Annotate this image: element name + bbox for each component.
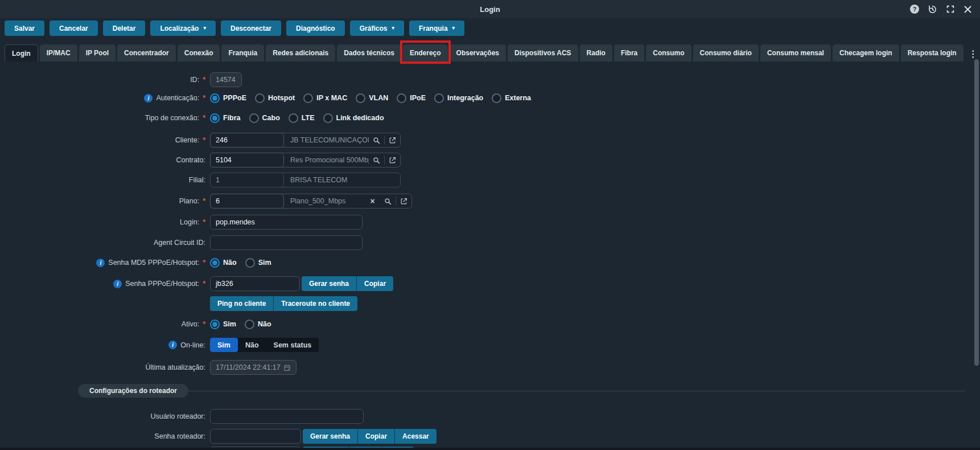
radio-icon [245,258,255,268]
radio-md5-nao[interactable]: Não [210,258,237,268]
gerar-senha-button[interactable]: Gerar senha [302,276,356,291]
tab-ip-mac[interactable]: IP/MAC [40,44,77,62]
ping-no-cliente-button[interactable]: Ping no cliente [210,296,273,311]
copiar-button[interactable]: Copiar [357,429,394,444]
history-icon[interactable] [928,5,937,14]
tab-dados-tecnicos[interactable]: Dados técnicos [337,44,401,62]
acessar-button[interactable]: Acessar [394,429,437,444]
deletar-button[interactable]: Deletar [103,21,146,36]
online-nao-segment[interactable]: Não [238,338,266,352]
search-icon[interactable] [380,194,396,208]
login-field[interactable]: pop.mendes [210,215,363,230]
radio-icon [245,320,254,329]
senha-pppoe-field[interactable]: jb326 [210,276,300,291]
online-sem-status-segment[interactable]: Sem status [266,338,319,352]
tab-checagem-login[interactable]: Checagem login [833,44,899,62]
traceroute-no-cliente-button[interactable]: Traceroute no cliente [273,296,357,311]
search-icon[interactable] [369,133,384,147]
radio-ativo-sim[interactable]: Sim [210,320,236,329]
cliente-description: JB TELECOMUNICAÇOES [283,133,369,147]
tab-endereco[interactable]: Endereço [403,44,448,62]
tab-radio[interactable]: Radio [580,44,612,62]
radio-ip-x-mac[interactable]: IP x MAC [303,93,347,103]
tab-consumo[interactable]: Consumo [646,44,691,62]
close-icon[interactable] [963,5,972,14]
senha-roteador-field[interactable] [210,429,301,444]
tab-endereco-highlight-wrap: Endereço [403,44,448,62]
tab-observacoes[interactable]: Observações [450,44,506,62]
search-icon[interactable] [369,153,384,167]
cancelar-button[interactable]: Cancelar [50,21,98,36]
tab-consumo-mensal[interactable]: Consumo mensal [760,44,831,62]
tab-conexao[interactable]: Conexão [178,44,220,62]
radio-pppoe[interactable]: PPPoE [210,93,246,103]
agent-circuit-id-field[interactable] [210,235,363,250]
plano-description: Plano_500_Mbps [283,194,365,208]
router-section-toggle[interactable]: Configurações do roteador [78,384,188,398]
senha-pppoe-label: i Senha PPPoE/Hotspot:* [0,280,210,288]
radio-integracao[interactable]: Integração [434,93,483,103]
fullscreen-icon[interactable] [946,5,955,14]
external-link-icon[interactable] [385,153,400,167]
gerar-senha-button[interactable]: Gerar senha [303,429,357,444]
clear-icon[interactable]: × [365,194,380,208]
contrato-code-input[interactable]: 5104 [210,153,284,167]
external-link-icon[interactable] [396,194,411,208]
tab-resposta-login[interactable]: Resposta login [901,44,963,62]
login-label: Login:* [0,218,210,226]
diagnostico-button[interactable]: Diagnóstico [286,21,345,36]
radio-externa[interactable]: Externa [492,93,531,103]
radio-selected-icon [210,93,220,103]
radio-icon [492,93,501,103]
tab-login[interactable]: Login [5,44,38,62]
online-sim-segment[interactable]: Sim [210,338,238,352]
graficos-dropdown-button[interactable]: Gráficos▾ [350,21,404,36]
radio-link-dedicado[interactable]: Link dedicado [323,113,384,123]
radio-selected-icon [210,320,220,329]
tab-fibra[interactable]: Fibra [614,44,644,62]
radio-lte[interactable]: LTE [289,113,315,123]
info-icon[interactable]: i [168,341,177,349]
tipo-conexao-label: Tipo de conexão:* [0,114,210,122]
ultima-atualizacao-field: 17/11/2024 22:41:17 [210,360,297,375]
filial-code-input: 1 [210,173,284,187]
info-icon[interactable]: i [113,280,122,288]
salvar-button[interactable]: Salvar [5,21,44,36]
plano-code-input[interactable]: 6 [210,194,284,208]
radio-ipoe[interactable]: IPoE [397,93,426,103]
ativo-label: Ativo:* [0,320,210,328]
radio-ativo-nao[interactable]: Não [245,320,271,329]
radio-cabo[interactable]: Cabo [249,113,280,123]
localizacao-dropdown-button[interactable]: Localização▾ [150,21,216,36]
usuario-roteador-field[interactable] [210,409,364,424]
required-marker: * [203,259,205,267]
info-icon[interactable]: i [144,94,153,103]
section-divider-line [188,391,965,391]
id-field[interactable]: 14574 [210,72,242,87]
tab-franquia[interactable]: Franquia [221,44,264,62]
tab-concentrador[interactable]: Concentrador [117,44,176,62]
copiar-button[interactable]: Copiar [356,276,393,291]
radio-hotspot[interactable]: Hotspot [255,93,295,103]
info-icon[interactable]: i [96,259,105,267]
tab-consumo-diario[interactable]: Consumo diário [693,44,759,62]
desconectar-button[interactable]: Desconectar [221,21,281,36]
required-marker: * [203,320,205,328]
radio-md5-sim[interactable]: Sim [245,258,271,268]
tab-redes-adicionais[interactable]: Redes adicionais [266,44,335,62]
radio-vlan[interactable]: VLAN [356,93,388,103]
required-marker: * [203,197,205,205]
cliente-code-input[interactable]: 246 [210,133,284,148]
tab-dispositivos-acs[interactable]: Dispositivos ACS [508,44,578,62]
radio-icon [289,113,298,123]
online-label: i On-line: [0,341,210,349]
radio-fibra[interactable]: Fibra [210,113,241,123]
tab-ip-pool[interactable]: IP Pool [79,44,116,62]
chevron-down-icon: ▾ [392,26,394,31]
franquia-dropdown-button[interactable]: Franquia▾ [409,21,464,36]
help-icon[interactable]: ? [910,5,919,14]
external-link-icon[interactable] [385,133,400,147]
cliente-lookup-field: 246 JB TELECOMUNICAÇOES [210,133,401,148]
vertical-scrollbar-thumb[interactable] [974,59,979,366]
required-marker: * [203,280,205,288]
